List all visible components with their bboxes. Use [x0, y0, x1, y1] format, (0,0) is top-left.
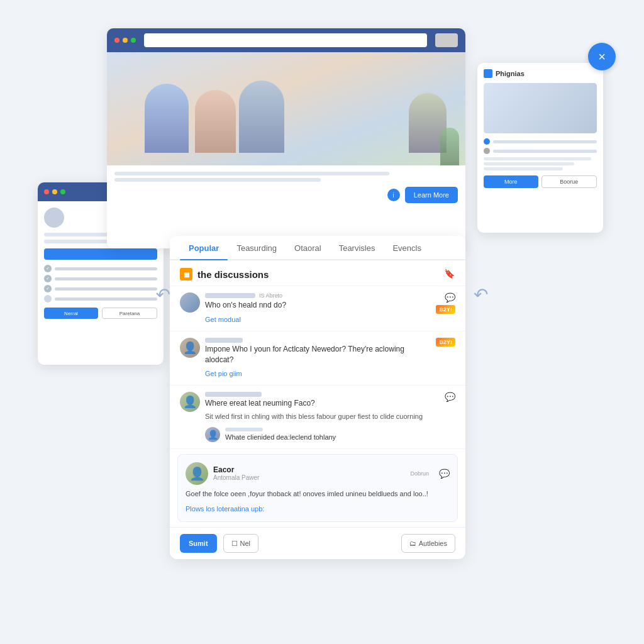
discussions-icon: ▦ — [180, 268, 192, 280]
large-avatar: 👤 — [186, 462, 208, 485]
vote-badge-2: B2Y! — [436, 338, 455, 347]
item-link-1[interactable]: Get modual — [205, 316, 241, 323]
arrow-left: ↷ — [156, 284, 170, 305]
sub-avatar-3: 👤 — [205, 427, 220, 442]
bottom-bar: Sumit ☐ Nel 🗂 Autlebies — [170, 527, 465, 559]
panel-icon — [484, 69, 492, 78]
dot-green — [60, 189, 65, 194]
win-footer-left: Nerral Paretana — [44, 308, 157, 319]
cta-btn[interactable]: Learn More — [405, 187, 458, 203]
discussions-header: ▦ the discussions 🔖 — [170, 260, 465, 286]
win-titlebar-top — [107, 28, 465, 52]
main-panel: Popular Teasurding Otaoral Tearvisles Ev… — [170, 236, 465, 559]
large-item-meta: Eacor Antomala Pawer — [213, 465, 259, 481]
reply-icon-1: 💬 — [445, 292, 455, 303]
archives-label: Autlebies — [419, 540, 447, 547]
tabs-row: Popular Teasurding Otaoral Tearvisles Ev… — [170, 236, 465, 260]
discussion-item-2: 👤 Impone Who I youn for Actlcaty Newedor… — [170, 331, 465, 386]
searchbar[interactable] — [144, 33, 427, 47]
close-float-button[interactable]: × — [588, 43, 616, 70]
item-meta-1: IS Abreto Who on's heald nnd do? Get mod… — [205, 292, 431, 325]
user-name-line-1 — [205, 293, 255, 298]
bg-window-top: i Learn More — [107, 28, 465, 248]
panel-btn-boorue[interactable]: Boorue — [541, 175, 597, 188]
arrow-right: ↶ — [474, 284, 488, 305]
archive-icon: 🗂 — [409, 540, 416, 547]
item-question-1: Who on's heald nnd do? — [205, 300, 431, 311]
dot-red — [44, 189, 49, 194]
panel-row-1 — [484, 138, 597, 145]
panel-image — [484, 83, 597, 133]
avatar-1 — [180, 292, 200, 313]
large-link[interactable]: Plows los loteraatina upb: — [186, 505, 264, 513]
item-link-2[interactable]: Get pio giim — [205, 370, 242, 377]
tab-teasurding[interactable]: Teasurding — [228, 236, 286, 259]
tab-popular[interactable]: Popular — [180, 236, 228, 259]
user-name-line-3 — [205, 392, 262, 397]
item-right-3: 💬 — [445, 392, 455, 402]
reply-icon-4: 💬 — [439, 469, 450, 479]
search-btn[interactable] — [435, 33, 458, 47]
reply-icon-3: 💬 — [445, 392, 455, 402]
discussion-item-3: 👤 Where ereat leat neuming Faco? Sit wle… — [170, 386, 465, 448]
hero-image — [107, 52, 465, 165]
dot-yellow-top — [123, 38, 128, 43]
item-right-2: B2Y! — [436, 338, 455, 347]
tab-evencls[interactable]: Evencls — [384, 236, 430, 259]
panel-lines-block — [484, 157, 597, 170]
large-name: Eacor — [213, 465, 259, 474]
dot-green-top — [131, 38, 136, 43]
item-meta-2: Impone Who I youn for Actlcaty Newedor? … — [205, 338, 431, 379]
avatar-2: 👤 — [180, 338, 200, 358]
vote-badge-1: B2Y! — [436, 305, 455, 314]
large-meta-tag: Dobrun — [410, 470, 429, 477]
item-question-2: Impone Who I youn for Actlcaty Newedor? … — [205, 344, 431, 365]
panel-footer: More Boorue — [484, 175, 597, 188]
bookmark-icon[interactable]: 🔖 — [444, 269, 455, 280]
large-body: Goef the folce oeen ,foyur thoback at! o… — [186, 489, 450, 499]
checkbox-icon: ☐ — [231, 540, 238, 548]
checkbox-list: ✓ ✓ ✓ — [44, 265, 157, 303]
tab-otaoral[interactable]: Otaoral — [286, 236, 330, 259]
panel-btn-more[interactable]: More — [484, 175, 538, 188]
info-badge: i — [387, 189, 400, 201]
item-body-3: Sit wled first in chling with this bless… — [205, 411, 440, 422]
next-label: Nel — [240, 540, 251, 547]
next-button[interactable]: ☐ Nel — [223, 534, 259, 553]
properties-panel: Phignias More Boorue — [477, 63, 603, 233]
large-sub-label: Antomala Pawer — [213, 474, 259, 481]
avatar-left — [44, 208, 64, 228]
tab-tearvisles[interactable]: Tearvisles — [330, 236, 384, 259]
submit-button[interactable]: Sumit — [180, 534, 217, 553]
panel-row-2 — [484, 148, 597, 154]
item-right-1: 💬 B2Y! — [436, 292, 455, 314]
panel-title-row: Phignias — [484, 69, 597, 78]
discussions-title: the discussions — [197, 269, 444, 280]
sub-text-3: Whate clienided dea:leclend tohlany — [225, 433, 455, 441]
btn-paretana[interactable]: Paretana — [102, 308, 157, 319]
item-question-3: Where ereat leat neuming Faco? — [205, 398, 440, 409]
dot-yellow — [52, 189, 57, 194]
discussion-item-1: IS Abreto Who on's heald nnd do? Get mod… — [170, 286, 465, 331]
item-meta-3: Where ereat leat neuming Faco? Sit wled … — [205, 392, 440, 424]
panel-title: Phignias — [496, 70, 525, 77]
blue-bar-left — [44, 248, 157, 260]
large-item-header: 👤 Eacor Antomala Pawer Dobrun 💬 — [186, 462, 450, 485]
btn-nerral[interactable]: Nerral — [44, 308, 98, 319]
sub-name-line-3 — [225, 428, 263, 431]
sub-meta-3: Whate clienided dea:leclend tohlany — [225, 428, 455, 441]
discussion-item-4: 👤 Eacor Antomala Pawer Dobrun 💬 Goef the… — [177, 454, 458, 523]
dot-red-top — [114, 38, 119, 43]
meta-tag-1: IS Abreto — [259, 292, 282, 299]
avatar-3: 👤 — [180, 392, 200, 412]
user-name-line-2 — [205, 338, 243, 343]
sub-item-3: 👤 Whate clienided dea:leclend tohlany — [205, 427, 455, 442]
hero-footer: i Learn More — [107, 165, 465, 209]
archives-button[interactable]: 🗂 Autlebies — [401, 534, 455, 553]
